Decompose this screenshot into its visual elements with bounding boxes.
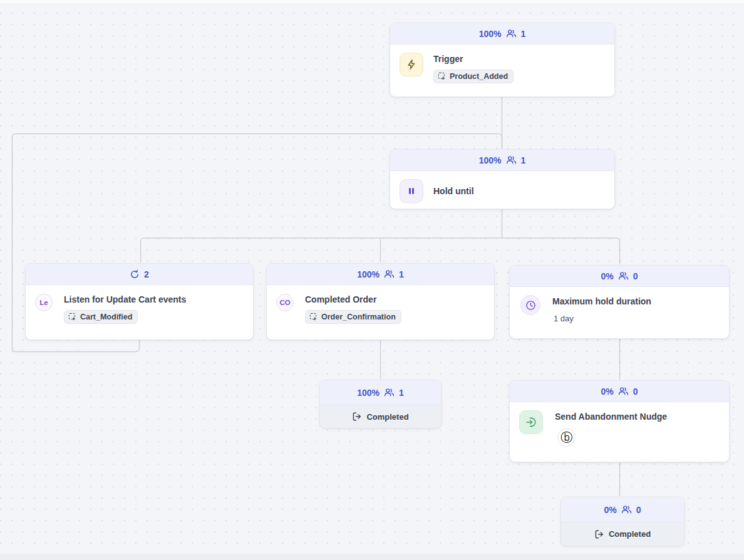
users-icon (618, 386, 629, 396)
node-exit-completed-bottom[interactable]: 0% 0 Completed (561, 497, 685, 546)
node-send-stats: 0% 0 (510, 381, 729, 402)
braze-logo-icon: ⓑ (557, 428, 576, 447)
pause-icon (400, 179, 423, 203)
exit-label: Completed (609, 529, 651, 539)
users-icon (618, 271, 629, 281)
count-value: 1 (399, 388, 404, 398)
clock-icon (520, 295, 540, 315)
percent-value: 100% (479, 29, 502, 39)
exit-label: Completed (366, 412, 408, 422)
node-exit-mid-stats: 100% 1 (320, 380, 441, 405)
dashed-selection-icon (309, 313, 318, 321)
event-badge: Order_Confirmation (305, 310, 401, 324)
node-exit-bottom-stats: 0% 0 (561, 497, 684, 522)
node-order-stats: 100% 1 (267, 264, 494, 285)
canvas-top-edge (0, 0, 744, 3)
node-listen-stats: 2 (26, 264, 253, 285)
node-send-abandonment-nudge[interactable]: 0% 0 (509, 380, 730, 462)
users-icon (384, 269, 395, 279)
node-trigger-stats: 100% 1 (390, 23, 614, 44)
event-badge: Cart_Modified (64, 310, 138, 324)
journey-canvas[interactable]: 100% 1 Trigger (0, 0, 744, 560)
percent-value: 0% (601, 271, 613, 281)
users-icon (506, 29, 517, 38)
count-value: 0 (633, 386, 638, 397)
percent-value: 100% (479, 155, 502, 165)
wire-branch-span (141, 238, 620, 264)
node-title: Hold until (433, 186, 474, 197)
count-value: 1 (521, 155, 526, 165)
node-hold-until[interactable]: 100% 1 Hold until (390, 149, 615, 209)
exit-label-row: Completed (561, 522, 684, 546)
dashed-selection-icon (438, 72, 446, 80)
exit-icon (594, 529, 604, 539)
users-icon (621, 505, 632, 514)
percent-value: 0% (604, 505, 616, 515)
event-badge: Product_Added (433, 70, 514, 83)
percent-value: 100% (357, 388, 380, 398)
users-icon (506, 155, 517, 165)
node-title: Maximum hold duration (552, 296, 651, 307)
node-title: Trigger (433, 54, 463, 65)
exit-label-row: Completed (320, 405, 441, 428)
node-listen-cart-events[interactable]: 2 Le Listen for Update Cart events Cart_… (25, 263, 254, 340)
avatar: Le (35, 294, 53, 311)
count-value: 0 (636, 505, 641, 515)
avatar: CO (276, 294, 294, 311)
node-title: Listen for Update Cart events (64, 294, 186, 305)
users-icon (384, 388, 395, 397)
exit-icon (352, 412, 362, 422)
count-value: 0 (633, 271, 638, 281)
count-value: 1 (521, 29, 526, 39)
node-trigger[interactable]: 100% 1 Trigger (390, 23, 615, 97)
enter-arrow-icon (519, 410, 543, 434)
duration-value: 1 day (554, 314, 574, 323)
node-maxhold-stats: 0% 0 (510, 266, 729, 287)
node-exit-completed-mid[interactable]: 100% 1 Completed (319, 380, 442, 428)
node-completed-order[interactable]: 100% 1 CO Completed Order (266, 263, 495, 340)
count-value: 2 (144, 269, 149, 279)
node-title: Send Abandonment Nudge (555, 412, 667, 422)
count-value: 1 (399, 269, 404, 279)
percent-value: 100% (357, 269, 380, 279)
lightning-bolt-icon (400, 53, 423, 76)
node-hold-stats: 100% 1 (390, 150, 614, 171)
dashed-selection-icon (68, 313, 76, 321)
node-max-hold-duration[interactable]: 0% 0 Maximum hold duration 1 da (509, 265, 730, 339)
percent-value: 0% (601, 386, 613, 397)
refresh-icon (130, 269, 140, 279)
canvas-bottom-edge (0, 554, 744, 560)
node-title: Completed Order (305, 294, 376, 305)
